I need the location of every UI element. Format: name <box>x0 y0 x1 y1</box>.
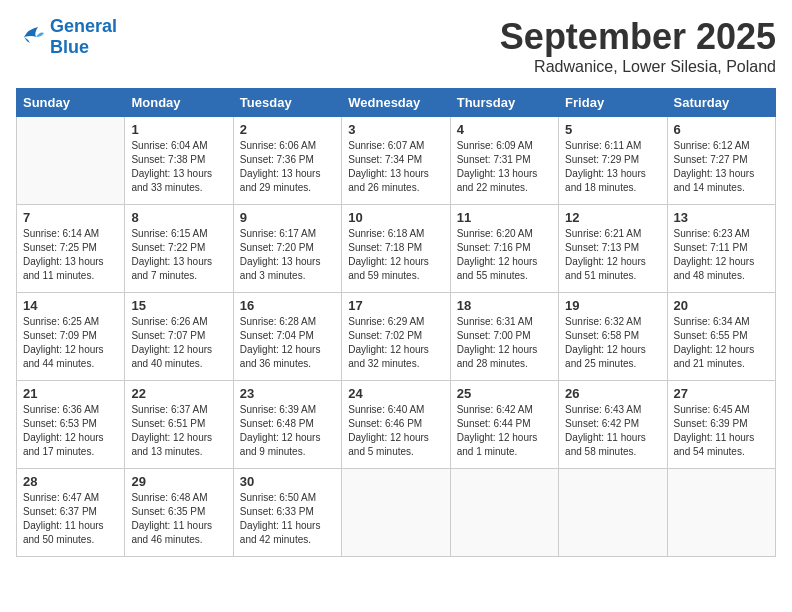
day-info: Sunrise: 6:17 AM Sunset: 7:20 PM Dayligh… <box>240 227 335 283</box>
calendar-cell <box>559 469 667 557</box>
day-info: Sunrise: 6:50 AM Sunset: 6:33 PM Dayligh… <box>240 491 335 547</box>
page-header: General Blue September 2025 Radwanice, L… <box>16 16 776 76</box>
weekday-header: Wednesday <box>342 89 450 117</box>
day-number: 12 <box>565 210 660 225</box>
calendar-cell: 9Sunrise: 6:17 AM Sunset: 7:20 PM Daylig… <box>233 205 341 293</box>
calendar-cell: 25Sunrise: 6:42 AM Sunset: 6:44 PM Dayli… <box>450 381 558 469</box>
day-number: 4 <box>457 122 552 137</box>
day-info: Sunrise: 6:42 AM Sunset: 6:44 PM Dayligh… <box>457 403 552 459</box>
calendar-cell: 22Sunrise: 6:37 AM Sunset: 6:51 PM Dayli… <box>125 381 233 469</box>
calendar-header: SundayMondayTuesdayWednesdayThursdayFrid… <box>17 89 776 117</box>
calendar-cell: 10Sunrise: 6:18 AM Sunset: 7:18 PM Dayli… <box>342 205 450 293</box>
day-info: Sunrise: 6:21 AM Sunset: 7:13 PM Dayligh… <box>565 227 660 283</box>
weekday-header: Saturday <box>667 89 775 117</box>
calendar-cell: 18Sunrise: 6:31 AM Sunset: 7:00 PM Dayli… <box>450 293 558 381</box>
day-info: Sunrise: 6:23 AM Sunset: 7:11 PM Dayligh… <box>674 227 769 283</box>
calendar-cell: 24Sunrise: 6:40 AM Sunset: 6:46 PM Dayli… <box>342 381 450 469</box>
day-info: Sunrise: 6:45 AM Sunset: 6:39 PM Dayligh… <box>674 403 769 459</box>
day-number: 14 <box>23 298 118 313</box>
calendar-cell: 15Sunrise: 6:26 AM Sunset: 7:07 PM Dayli… <box>125 293 233 381</box>
calendar-week-row: 7Sunrise: 6:14 AM Sunset: 7:25 PM Daylig… <box>17 205 776 293</box>
logo-text: General Blue <box>50 16 117 58</box>
calendar-cell: 14Sunrise: 6:25 AM Sunset: 7:09 PM Dayli… <box>17 293 125 381</box>
day-info: Sunrise: 6:06 AM Sunset: 7:36 PM Dayligh… <box>240 139 335 195</box>
day-number: 26 <box>565 386 660 401</box>
day-info: Sunrise: 6:32 AM Sunset: 6:58 PM Dayligh… <box>565 315 660 371</box>
day-number: 25 <box>457 386 552 401</box>
day-number: 1 <box>131 122 226 137</box>
day-number: 9 <box>240 210 335 225</box>
calendar-cell <box>17 117 125 205</box>
calendar-cell: 4Sunrise: 6:09 AM Sunset: 7:31 PM Daylig… <box>450 117 558 205</box>
day-number: 30 <box>240 474 335 489</box>
calendar-week-row: 28Sunrise: 6:47 AM Sunset: 6:37 PM Dayli… <box>17 469 776 557</box>
calendar-table: SundayMondayTuesdayWednesdayThursdayFrid… <box>16 88 776 557</box>
calendar-cell <box>450 469 558 557</box>
day-number: 3 <box>348 122 443 137</box>
calendar-cell: 2Sunrise: 6:06 AM Sunset: 7:36 PM Daylig… <box>233 117 341 205</box>
day-number: 24 <box>348 386 443 401</box>
logo-icon <box>16 23 46 51</box>
day-number: 21 <box>23 386 118 401</box>
day-number: 20 <box>674 298 769 313</box>
day-number: 8 <box>131 210 226 225</box>
day-info: Sunrise: 6:31 AM Sunset: 7:00 PM Dayligh… <box>457 315 552 371</box>
day-number: 22 <box>131 386 226 401</box>
day-info: Sunrise: 6:28 AM Sunset: 7:04 PM Dayligh… <box>240 315 335 371</box>
calendar-cell: 21Sunrise: 6:36 AM Sunset: 6:53 PM Dayli… <box>17 381 125 469</box>
day-info: Sunrise: 6:26 AM Sunset: 7:07 PM Dayligh… <box>131 315 226 371</box>
day-info: Sunrise: 6:20 AM Sunset: 7:16 PM Dayligh… <box>457 227 552 283</box>
calendar-cell: 8Sunrise: 6:15 AM Sunset: 7:22 PM Daylig… <box>125 205 233 293</box>
logo: General Blue <box>16 16 117 58</box>
calendar-cell: 12Sunrise: 6:21 AM Sunset: 7:13 PM Dayli… <box>559 205 667 293</box>
weekday-header: Friday <box>559 89 667 117</box>
day-info: Sunrise: 6:15 AM Sunset: 7:22 PM Dayligh… <box>131 227 226 283</box>
calendar-cell: 3Sunrise: 6:07 AM Sunset: 7:34 PM Daylig… <box>342 117 450 205</box>
calendar-cell: 5Sunrise: 6:11 AM Sunset: 7:29 PM Daylig… <box>559 117 667 205</box>
calendar-cell: 13Sunrise: 6:23 AM Sunset: 7:11 PM Dayli… <box>667 205 775 293</box>
day-info: Sunrise: 6:09 AM Sunset: 7:31 PM Dayligh… <box>457 139 552 195</box>
day-info: Sunrise: 6:25 AM Sunset: 7:09 PM Dayligh… <box>23 315 118 371</box>
calendar-cell: 26Sunrise: 6:43 AM Sunset: 6:42 PM Dayli… <box>559 381 667 469</box>
day-info: Sunrise: 6:11 AM Sunset: 7:29 PM Dayligh… <box>565 139 660 195</box>
day-number: 18 <box>457 298 552 313</box>
day-info: Sunrise: 6:07 AM Sunset: 7:34 PM Dayligh… <box>348 139 443 195</box>
day-number: 10 <box>348 210 443 225</box>
calendar-cell: 17Sunrise: 6:29 AM Sunset: 7:02 PM Dayli… <box>342 293 450 381</box>
calendar-cell: 23Sunrise: 6:39 AM Sunset: 6:48 PM Dayli… <box>233 381 341 469</box>
day-info: Sunrise: 6:47 AM Sunset: 6:37 PM Dayligh… <box>23 491 118 547</box>
day-number: 17 <box>348 298 443 313</box>
day-info: Sunrise: 6:34 AM Sunset: 6:55 PM Dayligh… <box>674 315 769 371</box>
calendar-title: September 2025 <box>500 16 776 58</box>
day-info: Sunrise: 6:36 AM Sunset: 6:53 PM Dayligh… <box>23 403 118 459</box>
day-number: 28 <box>23 474 118 489</box>
day-info: Sunrise: 6:43 AM Sunset: 6:42 PM Dayligh… <box>565 403 660 459</box>
day-info: Sunrise: 6:14 AM Sunset: 7:25 PM Dayligh… <box>23 227 118 283</box>
calendar-week-row: 14Sunrise: 6:25 AM Sunset: 7:09 PM Dayli… <box>17 293 776 381</box>
day-number: 2 <box>240 122 335 137</box>
weekday-header: Thursday <box>450 89 558 117</box>
calendar-cell: 6Sunrise: 6:12 AM Sunset: 7:27 PM Daylig… <box>667 117 775 205</box>
calendar-body: 1Sunrise: 6:04 AM Sunset: 7:38 PM Daylig… <box>17 117 776 557</box>
calendar-subtitle: Radwanice, Lower Silesia, Poland <box>500 58 776 76</box>
day-info: Sunrise: 6:29 AM Sunset: 7:02 PM Dayligh… <box>348 315 443 371</box>
day-info: Sunrise: 6:12 AM Sunset: 7:27 PM Dayligh… <box>674 139 769 195</box>
day-number: 16 <box>240 298 335 313</box>
calendar-cell <box>342 469 450 557</box>
day-info: Sunrise: 6:48 AM Sunset: 6:35 PM Dayligh… <box>131 491 226 547</box>
day-number: 29 <box>131 474 226 489</box>
calendar-cell: 1Sunrise: 6:04 AM Sunset: 7:38 PM Daylig… <box>125 117 233 205</box>
calendar-cell: 7Sunrise: 6:14 AM Sunset: 7:25 PM Daylig… <box>17 205 125 293</box>
day-number: 15 <box>131 298 226 313</box>
calendar-week-row: 21Sunrise: 6:36 AM Sunset: 6:53 PM Dayli… <box>17 381 776 469</box>
day-number: 23 <box>240 386 335 401</box>
weekday-header: Monday <box>125 89 233 117</box>
calendar-cell: 28Sunrise: 6:47 AM Sunset: 6:37 PM Dayli… <box>17 469 125 557</box>
day-number: 11 <box>457 210 552 225</box>
calendar-cell: 16Sunrise: 6:28 AM Sunset: 7:04 PM Dayli… <box>233 293 341 381</box>
day-number: 7 <box>23 210 118 225</box>
calendar-week-row: 1Sunrise: 6:04 AM Sunset: 7:38 PM Daylig… <box>17 117 776 205</box>
calendar-cell: 19Sunrise: 6:32 AM Sunset: 6:58 PM Dayli… <box>559 293 667 381</box>
day-number: 6 <box>674 122 769 137</box>
day-number: 27 <box>674 386 769 401</box>
